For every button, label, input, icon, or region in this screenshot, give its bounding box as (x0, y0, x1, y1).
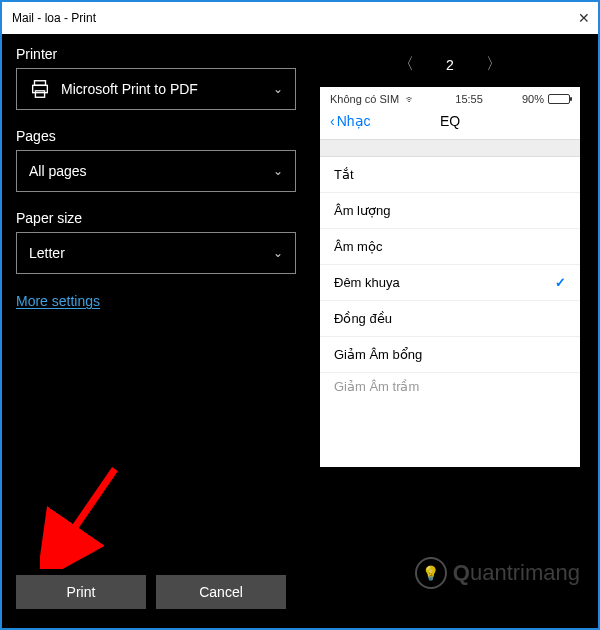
cancel-button[interactable]: Cancel (156, 575, 286, 609)
paper-value: Letter (29, 245, 65, 261)
action-buttons: Print Cancel (16, 575, 286, 609)
list-item: Giảm Âm bổng (320, 337, 580, 373)
printer-value: Microsoft Print to PDF (61, 81, 198, 97)
list-item: Đồng đều (320, 301, 580, 337)
titlebar: Mail - loa - Print ✕ (2, 2, 598, 34)
svg-rect-2 (35, 91, 44, 97)
carrier-text: Không có SIM ᯤ (330, 93, 416, 105)
battery-status: 90% (522, 93, 570, 105)
pages-select[interactable]: All pages ⌄ (16, 150, 296, 192)
window-title: Mail - loa - Print (12, 11, 96, 25)
preview-panel: 〈 2 〉 Không có SIM ᯤ 15:55 90% ‹ Nhạc (296, 46, 584, 617)
list-item: Đêm khuya✓ (320, 265, 580, 301)
chevron-down-icon: ⌄ (273, 82, 283, 96)
chevron-down-icon: ⌄ (273, 164, 283, 178)
list-item: Âm mộc (320, 229, 580, 265)
content: Printer Microsoft Print to PDF ⌄ Pages A… (2, 34, 598, 629)
eq-list: TắtÂm lượngÂm mộcĐêm khuya✓Đồng đềuGiảm … (320, 157, 580, 393)
close-icon[interactable]: ✕ (550, 10, 590, 26)
checkmark-icon: ✓ (555, 275, 566, 290)
printer-label: Printer (16, 46, 296, 62)
list-item: Giảm Âm trầm (320, 373, 580, 393)
time-text: 15:55 (455, 93, 483, 105)
print-preview: Không có SIM ᯤ 15:55 90% ‹ Nhạc EQ TắtÂm… (320, 87, 580, 467)
wifi-icon: ᯤ (402, 93, 416, 105)
watermark: 💡 Quantrimang (415, 557, 580, 589)
spacer (320, 139, 580, 157)
paper-label: Paper size (16, 210, 296, 226)
page-number: 2 (446, 57, 454, 73)
list-item: Tắt (320, 157, 580, 193)
paper-select[interactable]: Letter ⌄ (16, 232, 296, 274)
settings-panel: Printer Microsoft Print to PDF ⌄ Pages A… (16, 46, 296, 617)
status-bar: Không có SIM ᯤ 15:55 90% (320, 87, 580, 109)
back-button: ‹ Nhạc (330, 113, 371, 129)
chevron-left-icon: ‹ (330, 113, 335, 129)
chevron-down-icon: ⌄ (273, 246, 283, 260)
battery-icon (548, 94, 570, 104)
print-button[interactable]: Print (16, 575, 146, 609)
more-settings-link[interactable]: More settings (16, 293, 100, 309)
pager: 〈 2 〉 (396, 54, 504, 75)
pages-label: Pages (16, 128, 296, 144)
next-page-icon[interactable]: 〉 (484, 54, 504, 75)
printer-icon (29, 78, 51, 100)
nav-title: EQ (440, 113, 460, 129)
list-item: Âm lượng (320, 193, 580, 229)
printer-select[interactable]: Microsoft Print to PDF ⌄ (16, 68, 296, 110)
pages-value: All pages (29, 163, 87, 179)
nav-row: ‹ Nhạc EQ (320, 109, 580, 139)
bulb-icon: 💡 (415, 557, 447, 589)
prev-page-icon[interactable]: 〈 (396, 54, 416, 75)
